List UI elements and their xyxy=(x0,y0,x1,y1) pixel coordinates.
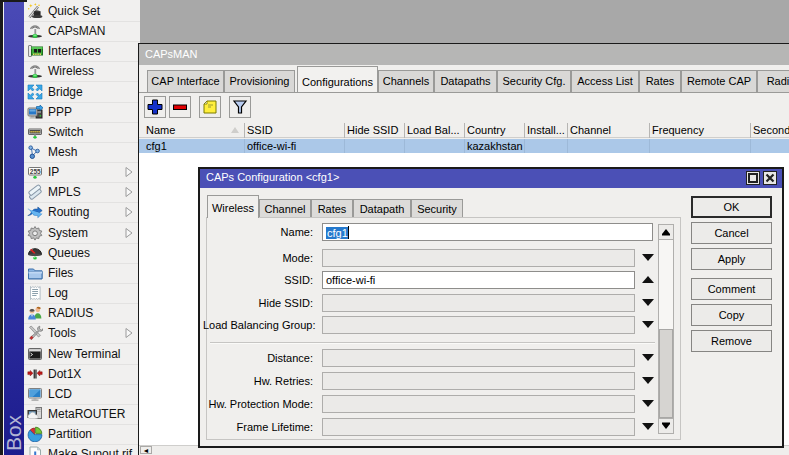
svg-text:255: 255 xyxy=(30,168,41,175)
